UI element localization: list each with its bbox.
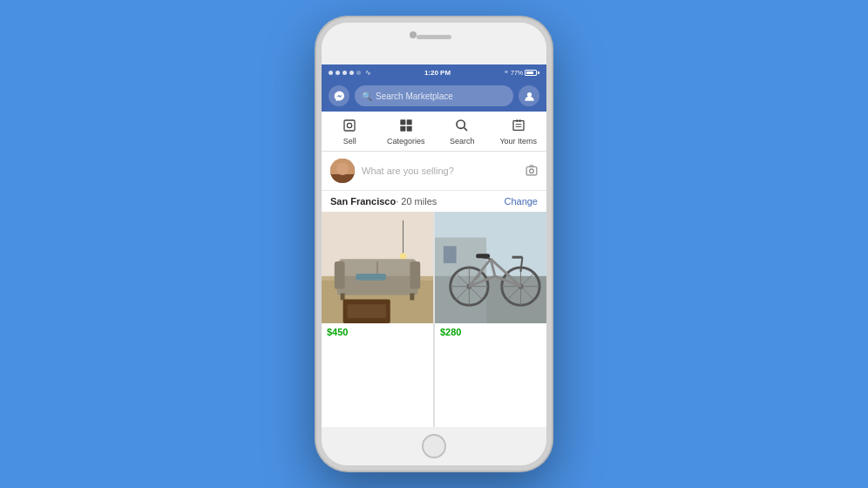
product-card-sofa[interactable]: $450 [322,212,433,427]
your-items-label: Your Items [499,137,537,146]
location-bar: San Francisco· 20 miles Change [322,191,546,212]
bike-price: $280 [435,323,546,341]
search-tab-icon [455,119,469,135]
tab-categories[interactable]: Categories [378,112,435,151]
svg-rect-5 [400,126,405,132]
product-grid: $450 [322,212,546,427]
sofa-image [322,212,433,323]
svg-rect-16 [330,174,355,183]
facebook-navbar: 🔍 Search Marketplace [322,80,546,112]
svg-rect-10 [516,119,518,122]
svg-rect-34 [356,274,385,281]
svg-rect-11 [519,119,520,122]
sell-input-text[interactable]: What are you selling? [362,166,519,176]
svg-rect-18 [526,166,537,174]
tab-bar: Sell Categories [322,112,546,152]
svg-rect-41 [444,246,457,263]
location-text: San Francisco· 20 miles [330,196,437,207]
svg-point-15 [337,163,348,173]
svg-point-17 [339,165,346,172]
svg-rect-6 [406,126,411,132]
signal-dot-4 [349,71,354,75]
signal-indicators: ∿ [329,69,371,77]
signal-dot-3 [342,71,347,75]
search-label: Search [450,137,475,146]
svg-rect-4 [406,119,411,125]
svg-line-8 [465,127,468,131]
svg-point-7 [457,120,465,128]
front-camera [410,31,417,38]
wifi-icon: ∿ [365,69,371,77]
svg-rect-31 [410,294,414,301]
battery-fill [526,71,533,74]
phone-speaker [417,35,451,39]
distance-text: · 20 miles [396,196,437,207]
sell-label: Sell [343,137,356,146]
signal-dot-5 [356,71,361,75]
svg-rect-28 [410,261,420,289]
city-name: San Francisco [330,196,396,207]
your-items-icon [512,119,526,135]
camera-icon[interactable] [526,164,538,179]
phone-frame: ∿ 1:20 PM ⚭ 77% 🔍 [316,17,552,471]
avatar-image [330,159,355,183]
sofa-price: $450 [322,323,433,341]
status-right: ⚭ 77% [504,69,539,76]
svg-rect-9 [513,121,524,131]
signal-dot-2 [336,71,340,75]
categories-icon [399,119,413,135]
svg-rect-30 [341,294,345,301]
svg-rect-3 [400,119,405,125]
svg-point-24 [400,253,407,260]
battery-body [525,70,537,76]
battery-tip [538,71,539,74]
categories-label: Categories [387,137,425,146]
signal-dot-1 [329,71,333,75]
search-icon: 🔍 [362,92,372,101]
profile-icon[interactable] [519,85,539,106]
svg-rect-1 [344,120,355,131]
svg-rect-62 [476,254,490,258]
tab-search[interactable]: Search [434,112,491,151]
svg-point-19 [530,168,534,173]
svg-rect-40 [435,238,486,323]
product-card-bike[interactable]: $280 [435,212,546,427]
messenger-icon[interactable] [329,85,349,106]
battery-icon [525,70,539,76]
home-button[interactable] [422,434,446,458]
search-placeholder: Search Marketplace [376,92,453,101]
bike-image [435,212,546,323]
sell-icon [342,119,356,135]
status-bar: ∿ 1:20 PM ⚭ 77% [322,64,546,80]
sell-input-area: What are you selling? [322,152,546,191]
svg-rect-27 [335,261,345,289]
change-location-button[interactable]: Change [504,196,538,207]
screen: ∿ 1:20 PM ⚭ 77% 🔍 [322,64,546,427]
phone-bottom-bezel [322,427,546,465]
bluetooth-icon: ⚭ [504,69,509,76]
user-avatar [330,159,355,183]
svg-point-2 [348,123,352,127]
svg-point-0 [526,92,531,96]
status-time: 1:20 PM [424,69,451,77]
tab-your-items[interactable]: Your Items [491,112,547,151]
svg-rect-33 [348,304,386,318]
search-bar[interactable]: 🔍 Search Marketplace [355,85,513,106]
battery-percent: 77% [511,70,523,76]
phone-top-bezel [322,23,546,64]
tab-sell[interactable]: Sell [322,112,378,151]
